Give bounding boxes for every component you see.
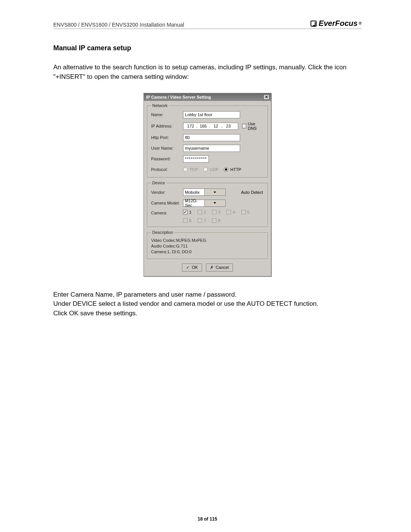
logo-icon	[311, 21, 317, 27]
device-legend: Device	[151, 181, 166, 185]
checkbox-icon	[241, 210, 246, 214]
camera-8-checkbox: 8	[212, 218, 220, 223]
dialog-titlebar[interactable]: IP Camera / Video Server Setting ✕	[144, 93, 271, 101]
name-label: Name:	[151, 112, 183, 117]
ip-seg-4[interactable]	[223, 124, 233, 128]
radio-icon	[203, 167, 208, 172]
page-header: ENVS800 / ENVS1600 / ENVS3200 Installati…	[53, 19, 362, 29]
checkbox-icon	[183, 218, 188, 223]
device-group: Device Vendor: Mobotix Auto Detect	[147, 181, 268, 227]
camera-label: Camera:	[151, 210, 183, 215]
description-group: Description Video Codec:MJPEG MxPEG Audi…	[147, 230, 268, 259]
use-dns-label: Use DNS	[248, 121, 264, 131]
check-icon: ✓	[186, 265, 190, 270]
ip-seg-1[interactable]	[186, 124, 196, 128]
model-label: Camera Model:	[151, 201, 183, 205]
page-number: 18 of 115	[53, 516, 362, 522]
camera-6-checkbox: 6	[183, 218, 191, 223]
brand-text: EverFocus	[319, 19, 357, 28]
camera-checkbox-grid: ✔ 1 2 3 4	[183, 210, 259, 223]
network-group: Network Name: IP Address: . . .	[147, 103, 268, 177]
port-input[interactable]	[183, 134, 240, 141]
description-legend: Description	[151, 230, 174, 235]
vendor-value: Mobotix	[183, 190, 204, 195]
vendor-select[interactable]: Mobotix	[183, 189, 226, 196]
pass-label: Password:	[151, 157, 183, 161]
brand-logo: EverFocus®	[311, 19, 362, 28]
chevron-down-icon	[204, 189, 226, 195]
checkbox-icon	[212, 210, 217, 214]
model-value: M12D-Sec	[183, 198, 204, 208]
ip-camera-dialog: IP Camera / Video Server Setting ✕ Netwo…	[143, 93, 271, 276]
ip-input[interactable]: . . .	[183, 123, 238, 130]
radio-icon	[183, 167, 188, 172]
protocol-http-radio[interactable]: HTTP	[224, 167, 241, 172]
checkbox-icon	[212, 218, 217, 223]
svg-marker-0	[213, 192, 216, 193]
name-input[interactable]	[183, 111, 240, 118]
doc-title: ENVS800 / ENVS1600 / ENVS3200 Installati…	[53, 22, 184, 28]
desc-line-1: Video Codec:MJPEG MxPEG	[151, 238, 264, 243]
close-icon[interactable]: ✕	[263, 94, 269, 100]
cancel-button[interactable]: ✗ Cancel	[206, 264, 233, 272]
checkbox-icon	[226, 210, 231, 214]
ip-seg-2[interactable]	[198, 124, 208, 128]
checkbox-icon	[242, 124, 247, 128]
user-label: User Name:	[151, 146, 183, 150]
ip-label: IP Address:	[151, 124, 183, 128]
camera-5-checkbox: 5	[241, 210, 250, 214]
model-select[interactable]: M12D-Sec	[183, 200, 226, 207]
camera-4-checkbox: 4	[226, 210, 235, 214]
camera-1-checkbox[interactable]: ✔ 1	[183, 210, 191, 214]
camera-7-checkbox: 7	[198, 218, 206, 223]
camera-3-checkbox: 3	[212, 210, 220, 214]
camera-2-checkbox: 2	[198, 210, 206, 214]
intro-paragraph: An alternative to the search function is…	[53, 63, 362, 81]
username-input[interactable]	[183, 145, 240, 152]
checkbox-icon: ✔	[183, 210, 188, 214]
chevron-down-icon	[204, 200, 226, 206]
use-dns-checkbox[interactable]: Use DNS	[242, 121, 265, 131]
protocol-tcp-radio: TCP	[183, 167, 198, 172]
radio-icon	[224, 167, 228, 172]
protocol-label: Protocol:	[151, 167, 183, 172]
checkbox-icon	[198, 218, 202, 223]
network-legend: Network	[151, 103, 169, 108]
password-input[interactable]	[183, 155, 209, 163]
section-title: Manual IP camera setup	[53, 44, 362, 52]
vendor-label: Vendor:	[151, 190, 183, 195]
port-label: Http Port:	[151, 135, 183, 140]
desc-line-3: Camera:1, DI:0, DO:0	[151, 249, 264, 255]
desc-line-2: Audio Codec:G.711	[151, 243, 264, 249]
checkbox-icon	[198, 210, 202, 214]
close-icon: ✗	[210, 265, 213, 270]
ip-seg-3[interactable]	[211, 124, 221, 128]
auto-detect-button[interactable]: Auto Detect	[240, 188, 264, 196]
protocol-udp-radio: UDP	[203, 167, 218, 172]
dialog-title: IP Camera / Video Server Setting	[146, 95, 211, 99]
svg-marker-1	[213, 202, 216, 204]
ok-button[interactable]: ✓ OK	[182, 264, 202, 272]
outro-paragraph: Enter Camera Name, IP parameters and use…	[53, 290, 362, 318]
